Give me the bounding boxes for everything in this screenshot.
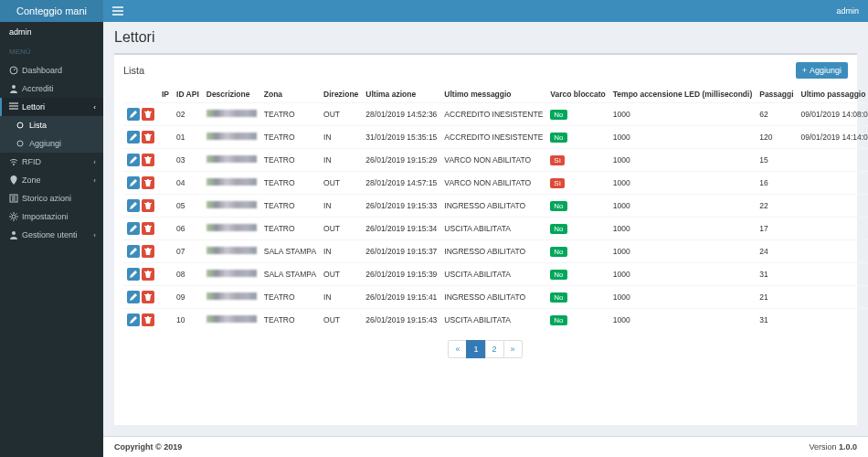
cell-ultima-azione: 28/01/2019 14:57:15 — [362, 172, 440, 195]
topbar: Conteggio mani admin — [0, 0, 868, 22]
sidebar-item-label: Aggiungi — [29, 139, 61, 148]
cell-ip — [158, 103, 173, 126]
blurred-text — [206, 201, 257, 208]
cell-direzione: IN — [320, 126, 362, 149]
delete-button[interactable] — [142, 108, 154, 121]
col-header: Tempo accensione LED (millisecondi) — [609, 86, 756, 103]
menu-toggle-icon[interactable] — [112, 6, 123, 16]
circle-o-icon — [16, 140, 29, 147]
cell-passaggi: 62 — [756, 103, 797, 126]
sidebar-item-rfid[interactable]: RFID‹ — [0, 153, 103, 171]
blocked-badge: No — [550, 247, 566, 257]
sidebar-item-zone[interactable]: Zone‹ — [0, 171, 103, 189]
cell-varco-bloccato: No — [546, 309, 609, 332]
cell-ultimo-passaggio — [798, 286, 868, 309]
cell-ultima-azione: 26/01/2019 19:15:41 — [362, 286, 440, 309]
cell-direzione: OUT — [320, 263, 362, 286]
cell-descrizione — [203, 149, 260, 172]
cell-ip — [158, 195, 173, 218]
page-header: Lettori — [103, 22, 868, 53]
col-header: IP — [158, 86, 173, 103]
sidebar-item-storico-azioni[interactable]: Storico azioni — [0, 189, 103, 207]
svg-point-6 — [12, 215, 16, 218]
app-logo[interactable]: Conteggio mani — [0, 0, 103, 22]
delete-button[interactable] — [142, 199, 154, 212]
table-row: 04TEATROOUT28/01/2019 14:57:15VARCO NON … — [123, 172, 868, 195]
cell-descrizione — [203, 172, 260, 195]
delete-button[interactable] — [142, 131, 154, 143]
cell-zona: TEATRO — [260, 172, 320, 195]
chevron-down-icon: ‹ — [93, 103, 96, 112]
cell-varco-bloccato: No — [546, 126, 609, 149]
sidebar-item-label: Storico azioni — [22, 194, 71, 203]
edit-button[interactable] — [127, 291, 140, 303]
table-row: 07SALA STAMPAIN26/01/2019 19:15:37INGRES… — [123, 240, 868, 263]
table-row: 06TEATROOUT26/01/2019 19:15:34USCITA ABI… — [123, 218, 868, 240]
delete-button[interactable] — [142, 176, 154, 189]
table-row: 08SALA STAMPAOUT26/01/2019 19:15:39USCIT… — [123, 263, 868, 286]
cell-led: 1000 — [609, 149, 756, 172]
sidebar-item-accrediti[interactable]: Accrediti — [0, 80, 103, 98]
cell-led: 1000 — [609, 195, 756, 218]
cell-ip — [158, 309, 173, 332]
blurred-text — [206, 315, 257, 323]
cell-led: 1000 — [609, 240, 756, 263]
sidebar-item-dashboard[interactable]: Dashboard — [0, 61, 103, 80]
cell-descrizione — [203, 240, 260, 263]
page-1[interactable]: 1 — [466, 340, 485, 358]
footer-right: Version 1.0.0 — [809, 442, 857, 452]
sidebar-subitem-lista[interactable]: Lista — [0, 116, 103, 134]
delete-button[interactable] — [142, 291, 154, 303]
cell-varco-bloccato: Sì — [546, 149, 609, 172]
edit-button[interactable] — [127, 245, 140, 258]
cell-idapi: 04 — [173, 172, 203, 195]
delete-button[interactable] — [142, 245, 154, 258]
col-header: Varco bloccato — [546, 86, 609, 103]
delete-button[interactable] — [142, 222, 154, 235]
plus-icon: + — [802, 66, 807, 75]
edit-button[interactable] — [127, 268, 140, 281]
cell-ultima-azione: 26/01/2019 19:15:29 — [362, 149, 440, 172]
edit-button[interactable] — [127, 314, 140, 326]
sidebar-nav: DashboardAccreditiLettori‹ListaAggiungiR… — [0, 61, 103, 244]
sidebar-item-label: Lista — [29, 121, 47, 130]
cell-led: 1000 — [609, 172, 756, 195]
delete-button[interactable] — [142, 154, 154, 166]
blurred-text — [206, 110, 257, 117]
edit-button[interactable] — [127, 222, 140, 235]
topbar-user[interactable]: admin — [836, 6, 859, 16]
page-prev[interactable]: « — [448, 340, 467, 358]
cell-zona: TEATRO — [260, 195, 320, 218]
cell-ultimo-passaggio — [798, 263, 868, 286]
blocked-badge: No — [550, 110, 566, 120]
sidebar-item-lettori[interactable]: Lettori‹ — [0, 98, 103, 116]
cell-idapi: 10 — [173, 309, 203, 332]
svg-point-1 — [12, 85, 16, 89]
blocked-badge: No — [550, 201, 566, 211]
delete-button[interactable] — [142, 314, 154, 326]
blocked-badge: Sì — [550, 178, 565, 188]
cell-direzione: OUT — [320, 103, 362, 126]
table-row: 01TEATROIN31/01/2019 15:35:15ACCREDITO I… — [123, 126, 868, 149]
cell-zona: TEATRO — [260, 218, 320, 240]
wifi-icon — [9, 157, 22, 166]
edit-button[interactable] — [127, 108, 140, 121]
delete-button[interactable] — [142, 268, 154, 281]
svg-point-3 — [17, 141, 23, 146]
cell-ultimo-messaggio: USCITA ABILITATA — [440, 263, 546, 286]
page-2[interactable]: 2 — [485, 340, 504, 358]
edit-button[interactable] — [127, 176, 140, 189]
page-next[interactable]: » — [503, 340, 523, 358]
sidebar-item-impostazioni[interactable]: Impostazioni — [0, 207, 103, 226]
history-icon — [9, 194, 22, 203]
list-icon — [9, 102, 22, 112]
edit-button[interactable] — [127, 131, 140, 143]
col-header: Direzione — [320, 86, 362, 103]
add-button[interactable]: + Aggiungi — [796, 62, 848, 79]
data-table: IPID APIDescrizioneZonaDirezioneUltima a… — [123, 86, 868, 331]
sidebar-item-gestione-utenti[interactable]: Gestione utenti‹ — [0, 226, 103, 244]
blurred-text — [206, 178, 257, 186]
edit-button[interactable] — [127, 199, 140, 212]
edit-button[interactable] — [127, 154, 140, 166]
sidebar-subitem-aggiungi[interactable]: Aggiungi — [0, 134, 103, 153]
